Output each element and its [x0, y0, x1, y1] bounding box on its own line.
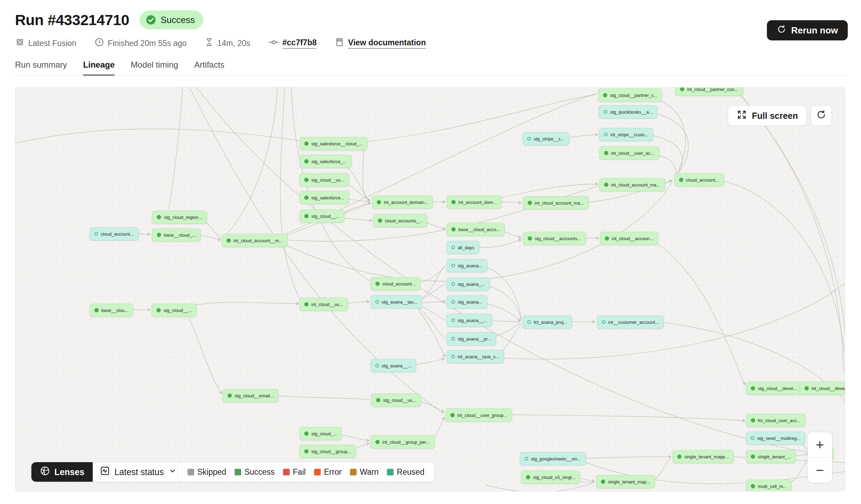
- lineage-node[interactable]: int_asana__task_s...: [447, 350, 504, 363]
- commit-link[interactable]: #cc7f7b8: [282, 38, 317, 49]
- lineage-node[interactable]: stg_cloud__us...: [299, 173, 349, 186]
- meta-docs: View documentation: [335, 37, 426, 49]
- refresh-icon: [777, 24, 786, 37]
- lineage-node[interactable]: stg_stripe__c...: [523, 132, 569, 145]
- lineage-node[interactable]: single_tenant_...: [746, 450, 796, 463]
- lineage-node[interactable]: int_cloud__group_per...: [371, 435, 435, 449]
- lineage-node[interactable]: int_cloud__us...: [299, 298, 348, 311]
- tab-model-timing[interactable]: Model timing: [131, 60, 178, 75]
- lineage-node[interactable]: stg_seed__multireg...: [746, 432, 805, 445]
- rerun-button[interactable]: Rerun now: [767, 20, 848, 40]
- lineage-node[interactable]: int_account_dom...: [447, 196, 502, 209]
- legend-item-warn: Warn: [350, 467, 379, 477]
- lineage-node[interactable]: int_account_domain...: [372, 196, 433, 209]
- lineage-node[interactable]: single_tenant_map...: [596, 475, 655, 488]
- lineage-node[interactable]: stg_asana_...: [447, 277, 490, 291]
- node-label: int_cloud__accoun...: [612, 236, 653, 241]
- lineage-node[interactable]: all_days: [447, 241, 479, 254]
- lineage-node[interactable]: int_cloud__partner_con...: [675, 87, 743, 96]
- tab-artifacts[interactable]: Artifacts: [194, 60, 224, 75]
- reused-dot-icon: [525, 457, 528, 460]
- lineage-node[interactable]: stg_asana__tas...: [371, 295, 422, 308]
- node-label: stg_cloud__...: [311, 214, 340, 219]
- lens-select[interactable]: Latest status: [93, 462, 184, 482]
- node-label: stg_asana__...: [458, 318, 487, 323]
- check-circle-icon: [145, 14, 157, 25]
- node-label: multi_cell_m...: [758, 484, 787, 489]
- lineage-node[interactable]: base__cloud_...: [152, 228, 201, 242]
- node-label: stg_cloud__accounts...: [535, 236, 581, 241]
- lineage-node[interactable]: stg_cloud__partner_c...: [598, 89, 662, 102]
- success-dot-icon: [375, 282, 380, 286]
- node-label: cloud_account...: [686, 177, 719, 183]
- lineage-node[interactable]: int_cloud__devel...: [800, 382, 845, 395]
- lineage-node[interactable]: int_cloud_account__m...: [222, 234, 288, 247]
- lineage-node[interactable]: base__cloud_acco...: [447, 223, 505, 236]
- lineage-node[interactable]: cloud_account...: [90, 227, 139, 240]
- lineage-node[interactable]: stg_cloud__us...: [371, 394, 421, 407]
- lineage-node[interactable]: int_cloud_account_ma...: [599, 178, 665, 191]
- lineage-node[interactable]: stg_cloud__accounts...: [523, 232, 586, 245]
- node-label: fct_cloud_user_acc...: [758, 418, 801, 423]
- success-dot-icon: [604, 151, 608, 155]
- lineage-node[interactable]: int_stripe__custo...: [599, 128, 653, 141]
- lineage-node[interactable]: stg_salesforce...: [299, 191, 349, 204]
- reused-dot-icon: [451, 282, 455, 286]
- node-label: single_tenant_mapp...: [684, 454, 729, 459]
- node-label: single_tenant_map...: [608, 479, 650, 484]
- lineage-node[interactable]: cloud_account...: [371, 277, 420, 290]
- lineage-node[interactable]: stg_asana__...: [371, 359, 416, 372]
- fullscreen-button[interactable]: Full screen: [728, 106, 807, 126]
- lineage-node[interactable]: fct_asana_proj...: [523, 315, 572, 329]
- legend-item-success: Success: [235, 467, 275, 477]
- lineage-node[interactable]: stg_cloud__group...: [299, 445, 356, 458]
- success-dot-icon: [304, 302, 308, 306]
- lineage-node[interactable]: stg_asana...: [447, 295, 487, 308]
- lineage-node[interactable]: cloud_accounts_...: [373, 214, 427, 227]
- lenses-button[interactable]: Lenses: [31, 462, 93, 482]
- zoom-out-button[interactable]: −: [808, 458, 832, 483]
- lineage-node[interactable]: stg_asana__pr...: [447, 332, 496, 345]
- success-dot-icon: [751, 455, 755, 459]
- view-documentation-link[interactable]: View documentation: [348, 38, 426, 49]
- lineage-node[interactable]: fct_cloud_user_acc...: [746, 414, 806, 427]
- tab-lineage[interactable]: Lineage: [83, 60, 115, 75]
- lineage-node[interactable]: stg_cloud_...: [299, 427, 342, 440]
- node-label: stg_quickbooks__a...: [610, 109, 653, 115]
- lineage-node[interactable]: stg_salesforce_...: [299, 155, 352, 168]
- success-dot-icon: [605, 236, 609, 240]
- legend-label: Reused: [397, 467, 424, 477]
- success-dot-icon: [451, 200, 456, 204]
- lineage-node[interactable]: cloud_account...: [674, 173, 724, 186]
- node-label: stg_asana__tas...: [382, 299, 418, 305]
- tab-run-summary[interactable]: Run summary: [15, 60, 67, 75]
- lineage-node[interactable]: int_cloud__user_group...: [445, 408, 512, 422]
- lineage-node[interactable]: stg_cloud__devel...: [746, 382, 802, 395]
- lineage-node[interactable]: stg_cloud__...: [299, 209, 344, 223]
- lineage-node[interactable]: stg_asana...: [447, 259, 487, 272]
- lineage-node[interactable]: int__customer_account...: [597, 315, 664, 329]
- lineage-node[interactable]: int_cloud_account_ma...: [523, 196, 589, 209]
- lineage-node[interactable]: single_tenant_mapp...: [672, 450, 734, 463]
- lineage-node[interactable]: stg_cloud_region...: [152, 211, 207, 224]
- lineage-node[interactable]: stg_salesforce__cloud_...: [299, 137, 367, 150]
- node-label: stg_cloud_region...: [164, 215, 202, 220]
- meta-finished: Finished 20m 55s ago: [94, 37, 186, 49]
- lineage-node[interactable]: stg_cloud__email...: [223, 389, 279, 402]
- lineage-canvas[interactable]: stg_cloud__partner_c...int_cloud__partne…: [15, 87, 845, 491]
- node-label: cloud_account...: [382, 281, 416, 287]
- lineage-node[interactable]: stg_cloud_s3_singl...: [521, 471, 580, 484]
- legend-item-reused: Reused: [387, 467, 424, 477]
- lineage-node[interactable]: stg_googlesheets__sin...: [520, 452, 586, 465]
- lineage-node[interactable]: stg_asana__...: [447, 314, 492, 327]
- node-label: int_cloud__user_ac...: [611, 151, 654, 156]
- node-label: int_cloud__devel...: [812, 386, 845, 391]
- lineage-node[interactable]: int_cloud__accoun...: [600, 232, 658, 245]
- refresh-canvas-button[interactable]: [811, 106, 832, 126]
- lineage-node[interactable]: multi_cell_m...: [746, 480, 792, 491]
- lineage-node[interactable]: stg_cloud__...: [152, 304, 197, 317]
- lineage-node[interactable]: int_cloud__user_ac...: [599, 146, 659, 160]
- lineage-node[interactable]: base__clou...: [90, 304, 133, 317]
- lineage-node[interactable]: stg_quickbooks__a...: [599, 105, 657, 119]
- zoom-in-button[interactable]: +: [808, 432, 832, 457]
